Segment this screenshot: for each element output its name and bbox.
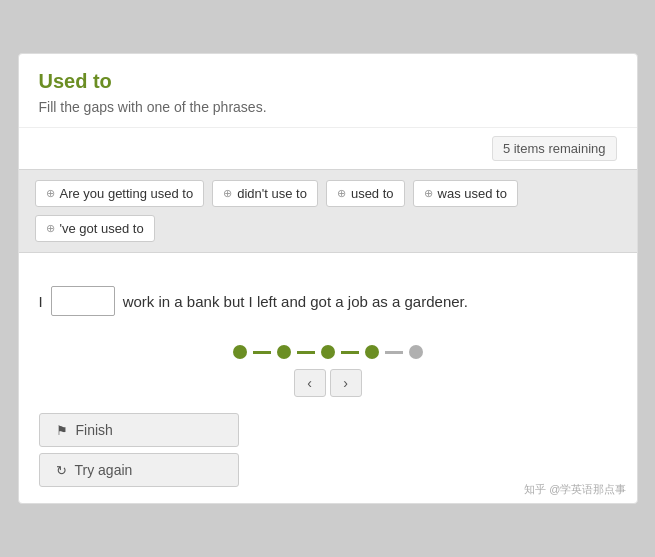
dot-1 bbox=[233, 345, 247, 359]
progress-section: ‹ › bbox=[19, 333, 637, 405]
phrase-text-1: Are you getting used to bbox=[60, 186, 194, 201]
phrases-bar: ⊕ Are you getting used to ⊕ didn't use t… bbox=[19, 169, 637, 253]
page-title: Used to bbox=[39, 70, 617, 93]
dot-line-1 bbox=[253, 351, 271, 354]
card-header: Used to Fill the gaps with one of the ph… bbox=[19, 54, 637, 128]
drag-icon-1: ⊕ bbox=[46, 187, 55, 200]
drag-icon-4: ⊕ bbox=[424, 187, 433, 200]
try-again-label: Try again bbox=[75, 462, 133, 478]
phrase-text-5: 've got used to bbox=[60, 221, 144, 236]
phrase-text-3: used to bbox=[351, 186, 394, 201]
dot-2 bbox=[277, 345, 291, 359]
finish-icon: ⚑ bbox=[56, 423, 68, 438]
sentence-before: I bbox=[39, 293, 43, 310]
finish-button[interactable]: ⚑ Finish bbox=[39, 413, 239, 447]
phrase-chip-2[interactable]: ⊕ didn't use to bbox=[212, 180, 318, 207]
phrase-chip-3[interactable]: ⊕ used to bbox=[326, 180, 405, 207]
dot-5 bbox=[409, 345, 423, 359]
phrase-chip-5[interactable]: ⊕ 've got used to bbox=[35, 215, 155, 242]
answer-drop-box[interactable] bbox=[51, 286, 115, 316]
dot-4 bbox=[365, 345, 379, 359]
progress-dots bbox=[233, 345, 423, 359]
dot-line-4 bbox=[385, 351, 403, 354]
phrase-text-4: was used to bbox=[438, 186, 507, 201]
main-card: Used to Fill the gaps with one of the ph… bbox=[18, 53, 638, 504]
sentence-area: I work in a bank but I left and got a jo… bbox=[19, 253, 637, 333]
drag-icon-3: ⊕ bbox=[337, 187, 346, 200]
drag-icon-2: ⊕ bbox=[223, 187, 232, 200]
phrase-text-2: didn't use to bbox=[237, 186, 307, 201]
prev-button[interactable]: ‹ bbox=[294, 369, 326, 397]
finish-label: Finish bbox=[76, 422, 113, 438]
dot-line-2 bbox=[297, 351, 315, 354]
phrase-chip-1[interactable]: ⊕ Are you getting used to bbox=[35, 180, 205, 207]
items-remaining-badge: 5 items remaining bbox=[492, 136, 617, 161]
dot-line-3 bbox=[341, 351, 359, 354]
try-again-button[interactable]: ↻ Try again bbox=[39, 453, 239, 487]
phrase-chip-4[interactable]: ⊕ was used to bbox=[413, 180, 518, 207]
next-button[interactable]: › bbox=[330, 369, 362, 397]
subtitle: Fill the gaps with one of the phrases. bbox=[39, 99, 617, 115]
watermark: 知乎 @学英语那点事 bbox=[524, 482, 626, 497]
dot-3 bbox=[321, 345, 335, 359]
try-again-icon: ↻ bbox=[56, 463, 67, 478]
drag-icon-5: ⊕ bbox=[46, 222, 55, 235]
items-remaining-bar: 5 items remaining bbox=[19, 128, 637, 169]
sentence-after: work in a bank but I left and got a job … bbox=[123, 293, 468, 310]
nav-buttons: ‹ › bbox=[294, 369, 362, 397]
